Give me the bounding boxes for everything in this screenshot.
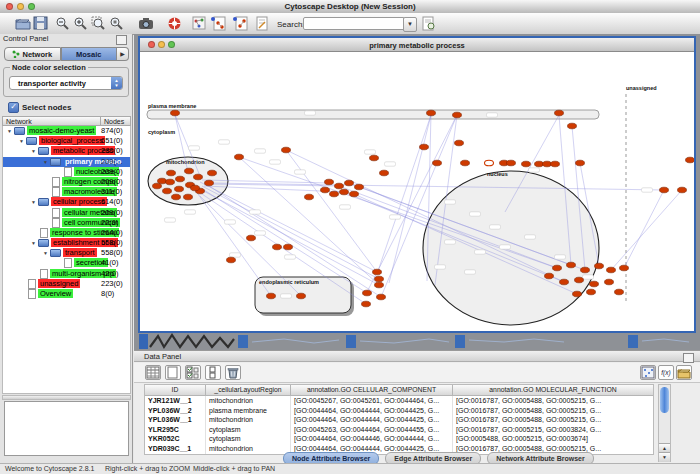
- network-node[interactable]: [576, 160, 585, 166]
- node-label[interactable]: [295, 170, 306, 174]
- network-node[interactable]: [208, 170, 217, 176]
- tree-row[interactable]: ▼transport558(0): [3, 248, 130, 258]
- node-label[interactable]: [225, 220, 236, 224]
- cell-id[interactable]: YDR039C__1: [145, 444, 206, 454]
- network-node[interactable]: [555, 110, 564, 116]
- network-node[interactable]: [380, 170, 389, 176]
- save-icon[interactable]: [33, 16, 49, 31]
- attribute-table[interactable]: ID _cellularLayoutRegion annotation.GO C…: [144, 384, 654, 455]
- tab-overflow-arrow-icon[interactable]: ▶: [117, 47, 129, 61]
- select-nodes-checkbox[interactable]: ✓: [8, 102, 19, 113]
- network-node[interactable]: [297, 293, 306, 299]
- node-label[interactable]: [490, 225, 501, 229]
- tree-row[interactable]: ▼establishment of lo558(0): [3, 238, 130, 248]
- tree-row[interactable]: ▼biological_process651(0): [3, 136, 130, 146]
- node-label[interactable]: [285, 255, 296, 259]
- network-node[interactable]: [163, 188, 172, 194]
- node-label[interactable]: [189, 146, 200, 150]
- network-node[interactable]: [455, 140, 464, 146]
- cell-id[interactable]: YPL036W__1: [145, 415, 206, 425]
- network-node[interactable]: [247, 235, 256, 241]
- search-input[interactable]: [303, 17, 405, 30]
- cell-region[interactable]: plasma membrane: [206, 406, 291, 416]
- node-label[interactable]: [219, 140, 230, 144]
- tree-row[interactable]: ▼mosaic-demo-yeast874(0): [3, 126, 130, 136]
- network-node[interactable]: [660, 187, 669, 193]
- open-icon[interactable]: [15, 16, 31, 31]
- node-label[interactable]: [165, 218, 176, 222]
- cell-cellular-component[interactable]: [GO:0044464, GO:0044444, GO:0044425, G..…: [291, 406, 453, 416]
- network-node[interactable]: [567, 262, 576, 268]
- network-node[interactable]: [581, 267, 590, 273]
- node-label[interactable]: [470, 212, 481, 216]
- network-node-ring[interactable]: [485, 160, 494, 166]
- network-window-title-bar[interactable]: primary metabolic process: [140, 38, 694, 52]
- tree-row[interactable]: ▼metabolic process280(0): [3, 146, 130, 156]
- network-node[interactable]: [607, 267, 616, 273]
- network-node[interactable]: [590, 281, 599, 287]
- column-network[interactable]: Network: [6, 117, 32, 126]
- network-node[interactable]: [363, 290, 372, 296]
- tree-row[interactable]: nucleobase-209(0): [3, 167, 130, 177]
- tree-row[interactable]: nitrogen compo209(0): [3, 177, 130, 187]
- cell-cellular-component[interactable]: [GO:0044464, GO:0044444, GO:0044425, G..…: [291, 415, 453, 425]
- cell-id[interactable]: YJR121W__1: [145, 396, 206, 406]
- tree-row[interactable]: response to stimulu264(0): [3, 228, 130, 238]
- expand-arrow-icon[interactable]: ▼: [43, 157, 50, 167]
- network-node[interactable]: [175, 186, 184, 192]
- tree-row[interactable]: ▼primary metabo209(...: [3, 157, 130, 167]
- tree-row[interactable]: unassigned223(0): [3, 279, 130, 289]
- node-label[interactable]: [465, 270, 476, 274]
- node-label[interactable]: [230, 253, 241, 257]
- network-node[interactable]: [330, 191, 339, 197]
- network-node[interactable]: [375, 282, 384, 288]
- column-nodes[interactable]: Nodes: [100, 117, 124, 125]
- tree-row[interactable]: Overview8(0): [3, 289, 130, 299]
- zoom-fit-icon[interactable]: [109, 16, 125, 31]
- node-label[interactable]: [445, 240, 456, 244]
- unselect-attributes-icon[interactable]: [205, 365, 221, 380]
- cell-region[interactable]: cytoplasm: [206, 425, 291, 435]
- network-node[interactable]: [595, 263, 604, 269]
- cell-cellular-component[interactable]: [GO:0045263, GO:0044464, GO:0044455, G..…: [291, 425, 453, 435]
- layout-nodes-icon[interactable]: [210, 16, 226, 31]
- expand-arrow-icon[interactable]: ▼: [31, 146, 38, 156]
- network-node[interactable]: [355, 184, 364, 190]
- zoom-selected-icon[interactable]: [91, 16, 107, 31]
- zoom-out-icon[interactable]: [55, 16, 71, 31]
- cell-region[interactable]: mitochondrion: [206, 415, 291, 425]
- network-node[interactable]: [370, 155, 379, 161]
- cell-id[interactable]: YKR052C: [145, 434, 206, 444]
- node-label[interactable]: [385, 162, 396, 166]
- node-label[interactable]: [487, 113, 498, 117]
- cell-cellular-component[interactable]: [GO:0044464, GO:0044446, GO:0044444, G..…: [291, 434, 453, 444]
- network-node[interactable]: [194, 174, 203, 180]
- float-panel-icon[interactable]: [116, 35, 127, 45]
- network-node[interactable]: [605, 279, 614, 285]
- network-node[interactable]: [553, 265, 562, 271]
- network-view-window[interactable]: primary metabolic process plasma membran…: [138, 36, 696, 333]
- network-node[interactable]: [172, 194, 181, 200]
- node-label[interactable]: [525, 235, 536, 239]
- network-node[interactable]: [284, 244, 293, 250]
- node-label[interactable]: [475, 250, 486, 254]
- node-label[interactable]: [340, 205, 351, 209]
- delete-attribute-icon[interactable]: [225, 365, 241, 380]
- attribute-table-icon[interactable]: [145, 365, 161, 380]
- table-row[interactable]: YPL036W__1mitochondrion[GO:0044464, GO:0…: [145, 415, 653, 425]
- select-attributes-icon[interactable]: [185, 365, 201, 380]
- column-go-cellular-component[interactable]: annotation.GO CELLULAR_COMPONENT: [291, 385, 453, 395]
- node-label[interactable]: [270, 160, 281, 164]
- node-label[interactable]: [390, 215, 401, 219]
- network-node[interactable]: [153, 183, 162, 189]
- network-node[interactable]: [551, 161, 560, 167]
- node-label[interactable]: [583, 275, 594, 279]
- table-row[interactable]: YLR295Ccytoplasm[GO:0045263, GO:0044464,…: [145, 425, 653, 435]
- node-label[interactable]: [435, 265, 446, 269]
- network-node[interactable]: [560, 279, 569, 285]
- cell-molecular-function[interactable]: [GO:0016787, GO:0005215, GO:0003824, G..…: [453, 425, 653, 435]
- network-node[interactable]: [273, 244, 282, 250]
- table-scrollbar[interactable]: ▲ ▼: [658, 384, 671, 462]
- network-node[interactable]: [191, 185, 200, 191]
- zoom-in-icon[interactable]: [73, 16, 89, 31]
